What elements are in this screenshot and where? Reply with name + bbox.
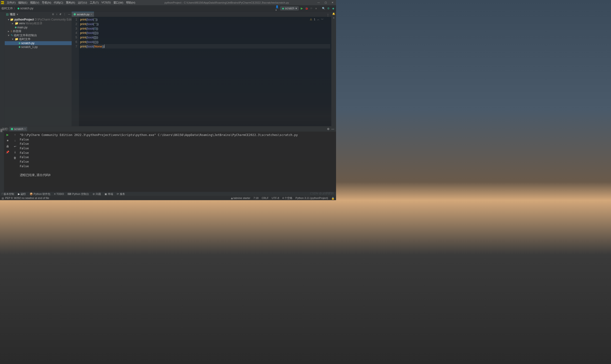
menu-item[interactable]: 重构(R) (65, 0, 76, 5)
chevron-down-icon: ▾ (295, 7, 297, 10)
toolstrip-item[interactable]: ▣终端 (105, 192, 113, 196)
hide-icon[interactable]: — (68, 13, 70, 16)
editor-tab[interactable]: ⬢ scratch.py × (72, 12, 94, 17)
status-toggle-icon[interactable]: ⊟ (2, 196, 4, 200)
left-gutter: 项目 (0, 12, 5, 126)
menu-item[interactable]: 工具(T) (89, 0, 100, 5)
console-output[interactable]: "D:\PyCharm Community Edition 2022.3\pyt… (19, 132, 336, 192)
pin-icon[interactable]: 📌 (6, 151, 9, 154)
soft-wrap-icon[interactable]: ↩ (14, 145, 16, 148)
menu-item[interactable]: 帮助(H) (125, 0, 136, 5)
editor-body[interactable]: 1234567 print(bool(''))print(bool(""))pr… (72, 17, 331, 126)
bookmarks-tab[interactable]: 书签 (0, 132, 3, 133)
run-settings-icon[interactable]: ⚙ (327, 127, 330, 131)
tree-row[interactable]: ▾📁pythonProject D:\PyCharm Community Edi… (5, 18, 72, 22)
toolstrip-item[interactable]: ⟳服务 (117, 192, 125, 196)
stop-run-icon[interactable]: ■ (7, 139, 8, 142)
run-icon[interactable]: ▶ (300, 7, 303, 10)
project-tree[interactable]: ▾📁pythonProject D:\PyCharm Community Edi… (5, 17, 72, 126)
interpreter-info[interactable]: Python 3.11 (pythonProject) (295, 196, 328, 200)
inspection-widget[interactable]: ⚠ 1 ︿ ﹀ (310, 18, 324, 21)
notifications-icon[interactable]: 🔔 (332, 13, 335, 15)
breadcrumb-root[interactable]: 临时文件 (1, 6, 13, 11)
indent-info[interactable]: 4 个空格 (282, 196, 292, 200)
next-highlight-icon[interactable]: ﹀ (321, 18, 324, 21)
select-opened-file-icon[interactable]: ⊙ (52, 13, 54, 16)
tree-row[interactable]: ▸⫴外部库 (5, 29, 72, 33)
toolstrip-item[interactable]: ▶运行 (18, 192, 26, 196)
print-icon[interactable]: 🖶 (6, 145, 9, 148)
menu-item[interactable]: 文件(F) (6, 0, 16, 5)
python-icon: ⬢ (11, 127, 13, 131)
project-view-icon[interactable]: ▤ (6, 13, 9, 16)
project-tool-tab[interactable]: 项目 (1, 13, 4, 14)
rerun-icon[interactable]: ▶ (6, 133, 9, 136)
editor: ⬢ scratch.py × ⋮ ⚠ 1 ︿ ﹀ 1234567 print(b… (72, 12, 331, 126)
settings-icon[interactable]: ⚙ (327, 7, 330, 10)
search-icon[interactable]: 🔍 (322, 7, 325, 10)
toolstrip-item[interactable]: ⊘问题 (93, 192, 101, 196)
expand-all-icon[interactable]: ↕ (56, 13, 57, 16)
chevron-right-icon: 〉 (13, 6, 16, 11)
menu-item[interactable]: VCS(S) (100, 0, 111, 5)
structure-tab[interactable]: 结构 (0, 133, 3, 135)
prev-highlight-icon[interactable]: ︿ (317, 18, 319, 21)
scroll-end-icon[interactable]: ⤓ (14, 151, 16, 154)
menu-item[interactable]: 窗口(W) (113, 0, 124, 5)
down-icon[interactable]: ↓ (14, 139, 16, 142)
run-toolbar-2: ↑ ↓ ↩ ⤓ 🗑 (11, 132, 19, 192)
nav-bar: 临时文件 〉 ⬢ scratch.py 👤▾ ⬢ scratch ▾ ▶ 🐞 ⟳… (0, 5, 336, 12)
up-icon[interactable]: ↑ (14, 133, 16, 136)
run-config-selector[interactable]: ⬢ scratch ▾ (280, 6, 299, 11)
editor-tab-label: scratch.py (77, 13, 90, 16)
tabnine-widget[interactable]: ◉ tabnine starter (231, 196, 250, 200)
lock-icon[interactable]: 🔒 (331, 196, 335, 200)
clear-icon[interactable]: 🗑 (13, 156, 16, 160)
menu-item[interactable]: 导航(N) (41, 0, 52, 5)
breadcrumb-file[interactable]: scratch.py (20, 7, 33, 10)
breadcrumb[interactable]: 临时文件 〉 ⬢ scratch.py (1, 6, 33, 11)
hide-run-icon[interactable]: — (331, 127, 334, 131)
debug-icon[interactable]: 🐞 (305, 7, 308, 10)
coverage-icon[interactable]: ⟳ (310, 7, 313, 10)
ide-features-icon[interactable]: ◆ (332, 7, 335, 10)
stop-icon[interactable]: ■ (315, 7, 318, 10)
file-encoding[interactable]: UTF-8 (272, 196, 279, 200)
line-separator[interactable]: CRLF (262, 196, 268, 200)
minimize-icon[interactable]: — (318, 1, 320, 4)
tree-row[interactable]: ⬢scratch.py (5, 41, 72, 45)
toolstrip-item[interactable]: ᚴ版本控制 (1, 192, 14, 196)
status-bar: ⊟ PEP 8: W292 no newline at end of file … (0, 196, 336, 200)
chevron-down-icon[interactable]: ▾ (17, 13, 18, 16)
tree-row[interactable]: ⬢scratch_1.py (5, 45, 72, 49)
code-area[interactable]: print(bool(''))print(bool(""))print(bool… (79, 17, 331, 126)
code-with-me-icon[interactable]: 👤▾ (275, 7, 279, 10)
menu-item[interactable]: 运行(U) (77, 0, 88, 5)
python-file-icon: ⬢ (17, 7, 20, 10)
toolstrip-item[interactable]: 📦Python 软件包 (30, 192, 50, 196)
menu-item[interactable]: 编辑(E) (17, 0, 28, 5)
show-options-icon[interactable]: ⋮ (64, 13, 66, 16)
menu-item[interactable]: 视图(V) (29, 0, 40, 5)
app-logo: PC (1, 1, 4, 4)
close-icon[interactable]: ✕ (332, 1, 333, 4)
tab-options-icon[interactable]: ⋮ (325, 13, 332, 17)
tree-row[interactable]: ▸📁venv library根目录 (5, 22, 72, 26)
menu-item[interactable]: 代码(C) (53, 0, 64, 5)
toolstrip-item[interactable]: ≡TODO (54, 193, 64, 195)
run-panel-tab[interactable]: ⬢ scratch × (10, 127, 27, 131)
maximize-icon[interactable]: ▢ (325, 1, 327, 4)
warning-icon: ⚠ (310, 18, 312, 21)
tree-row[interactable]: ⬢main.py (5, 26, 72, 30)
main-menu: 文件(F)编辑(E)视图(V)导航(N)代码(C)重构(R)运行(U)工具(T)… (6, 0, 136, 5)
tree-row[interactable]: ▾✎临时文件和控制台 (5, 33, 72, 38)
collapse-all-icon[interactable]: ⇵ (59, 13, 61, 16)
close-tab-icon[interactable]: × (91, 13, 92, 16)
title-bar: PC 文件(F)编辑(E)视图(V)导航(N)代码(C)重构(R)运行(U)工具… (0, 0, 336, 5)
toolstrip-item[interactable]: ⌨Python 控制台 (67, 192, 89, 196)
editor-tabs: ⬢ scratch.py × ⋮ (72, 12, 331, 17)
cursor-position[interactable]: 7:18 (253, 196, 258, 200)
tree-row[interactable]: ▾📁临时文件 (5, 37, 72, 41)
close-run-tab-icon[interactable]: × (24, 127, 26, 131)
database-icon[interactable]: ≡ (333, 17, 334, 19)
